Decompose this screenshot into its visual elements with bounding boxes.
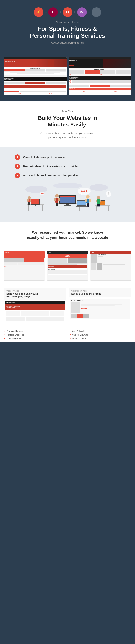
bullet-label-5: Custom Queries <box>6 337 21 340</box>
plus-separator-4: + <box>88 10 90 14</box>
elementor-icon: E <box>48 7 58 17</box>
bullet-custom-queries: ✔ Custom Queries <box>4 337 66 340</box>
svg-rect-36 <box>89 199 91 202</box>
feature-item-3: 3 Easily edit the real content and live … <box>15 173 120 178</box>
ss-body-2: CARDIOFITNESS WE'RE ALWAYS PROUD OFYOU D… <box>47 254 88 276</box>
save-time-section: Save Time Build Your Websites inMinutes … <box>0 101 135 147</box>
svg-rect-5 <box>42 205 43 211</box>
ss-cardio-imgs <box>48 258 88 263</box>
mock-item-line-3 <box>46 71 66 72</box>
mock-cta-left: GET STARTED <box>4 66 9 67</box>
right-line-2 <box>69 84 115 84</box>
trainer-bio-line-1 <box>98 256 104 256</box>
svg-rect-29 <box>57 203 58 206</box>
new-product-text: NEW PRODUCT IS FORTHE GYM IN 2022 <box>70 88 76 90</box>
svg-rect-14 <box>28 202 30 205</box>
bullet-label-3: Portfolio Shortcode <box>6 334 24 336</box>
trainer-thumb-2 <box>97 263 102 270</box>
custom-post-card: Custom Post Types Easily Build Your Port… <box>69 288 132 323</box>
feature-number-3: 3 <box>15 173 20 178</box>
bio-line-3 <box>81 304 110 304</box>
coach-img-3 <box>46 82 66 84</box>
trainer-photo <box>91 254 97 263</box>
mock-grid-item-3 <box>46 69 66 71</box>
bio-line-2 <box>81 302 120 303</box>
mock-icons-grid <box>4 69 66 71</box>
cardio-cta-text: WE'RE ALWAYS PROUD OFYOU DON'T HAVE TO..… <box>48 266 56 267</box>
plus-separator-2: + <box>59 10 61 14</box>
svg-point-2 <box>53 183 82 188</box>
woo-mock-nav: GYM & FITNESS STORE <box>5 301 65 304</box>
mock-bottom-line-1 <box>4 89 66 89</box>
woo-product-2 <box>21 310 35 316</box>
plugin-icons-row: ⚡ + E + ↺ + Woo + ··· <box>4 7 131 17</box>
svg-rect-34 <box>86 198 89 203</box>
ss-stats-1 <box>4 264 44 265</box>
mock-nav-left <box>4 57 67 59</box>
nav-dot-r3 <box>72 58 72 58</box>
trainer-thumb-1 <box>91 263 96 270</box>
feature-img-2 <box>90 84 110 87</box>
nav-dot-1 <box>4 58 5 58</box>
feature-text-1: One-click demo import that works <box>23 154 66 160</box>
portfolio-thumbs <box>71 314 129 318</box>
mock-stat-999: 99.9% <box>49 76 52 76</box>
research-title: We researched your market. So we knowexa… <box>15 230 120 240</box>
feature-item-2: 2 Pre-built demo for the easiest start p… <box>15 164 120 169</box>
refresh-icon: ↺ <box>63 7 72 17</box>
mock-desc-line-2 <box>16 73 54 74</box>
step-img-1 <box>72 80 131 82</box>
svg-point-10 <box>28 196 31 199</box>
nav-dot-3 <box>7 58 8 58</box>
portfolio-name: CHRIS HEYWORTH <box>71 299 129 301</box>
check-icon-2: ✔ <box>70 330 71 332</box>
svg-rect-49 <box>98 204 100 207</box>
mock-new-product-banner: NEW PRODUCT IS FORTHE GYM IN 2022 <box>69 88 131 90</box>
trainer-text-col <box>103 263 130 270</box>
cardio-img-1 <box>48 258 68 263</box>
bullet-size-adjustable: ✔ Size Adjustable <box>70 330 132 332</box>
ss-stat-box-1 <box>4 264 18 265</box>
mock-dark-right: EXPERIENCE A DIFFERENTWAY TO WORK OUT. <box>68 76 132 80</box>
woo-item-2 <box>26 317 45 321</box>
svg-point-56 <box>81 190 83 192</box>
ss-img-row-1 <box>4 258 44 262</box>
custom-post-label: Custom Post Types Easily Build Your Port… <box>69 288 131 297</box>
trainer-bio-line-2 <box>98 256 103 257</box>
ss-nav-1: STRONG FIT <box>4 251 45 254</box>
svg-rect-13 <box>30 199 31 202</box>
woo-item-3 <box>45 317 64 321</box>
mock-stat-100k: 100K <box>19 76 21 76</box>
result-img-3 <box>100 70 115 74</box>
ss-img-1-a <box>4 258 24 262</box>
mock-right-cta: GET STARTED <box>69 64 74 66</box>
feature-bullets-section: ✔ Advanced Layouts ✔ Size Adjustable ✔ P… <box>0 327 135 342</box>
hero-section: ⚡ + E + ↺ + Woo + ··· WordPress Theme Fo… <box>0 0 135 55</box>
feature-img-3 <box>110 84 131 87</box>
thumb-2 <box>20 91 35 92</box>
hero-url: www.DownloadNewThemes.com <box>4 42 131 44</box>
svg-rect-9 <box>34 206 37 206</box>
bullet-label-2: Size Adjustable <box>72 330 86 332</box>
trainer-profile: CHRIS HEYWORTH <box>91 254 130 263</box>
mock-r-stat-1: 100K <box>69 74 100 75</box>
svg-rect-37 <box>86 203 88 207</box>
result-img-1 <box>69 70 84 74</box>
svg-rect-4 <box>28 205 29 211</box>
thumb-4 <box>51 91 66 92</box>
three-screenshots-section: STRONG FIT IN-HOME PERSONALFITNESS PROFE… <box>0 248 135 284</box>
coach-img-1 <box>4 82 24 84</box>
mock-results-grid <box>69 70 131 74</box>
mock-desc-line <box>10 72 60 73</box>
contact-btn: CONTACT <box>81 308 86 310</box>
svg-point-44 <box>97 196 100 199</box>
screenshot-cardio: FITNESS CARDIOFITNESS WE'RE ALWAYS PROUD… <box>47 251 88 280</box>
thumb-3 <box>35 91 50 92</box>
ss-nav-text-2: FITNESS <box>48 252 51 253</box>
woo-label-title: Build Your Shop Easily withBest Shopping… <box>6 292 64 298</box>
mock-r-stat-2: 99.9% <box>100 74 130 75</box>
mock-results-title: REAL PEOPLE, REAL RESULTS. <box>69 69 131 70</box>
mock-hero-red-left: BEGIN YOURTRANSFORMATIONTODAY! GET START… <box>4 59 67 68</box>
svg-rect-32 <box>76 206 87 207</box>
svg-rect-12 <box>27 199 29 202</box>
